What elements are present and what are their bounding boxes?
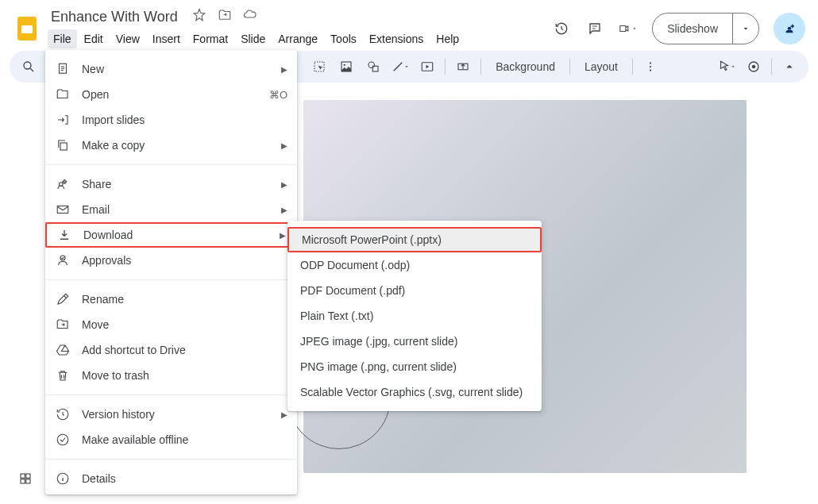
video-icon[interactable] [415,54,440,79]
menu-bar: File Edit View Insert Format Slide Arran… [48,28,552,50]
separator [569,59,570,75]
doc-title[interactable]: Enhance With Word [51,9,178,25]
chevron-right-icon: ▶ [281,180,287,189]
svg-rect-18 [57,206,68,214]
document-icon [55,61,71,77]
menu-insert[interactable]: Insert [147,29,186,48]
menu-move-trash[interactable]: Move to trash [45,363,297,388]
line-icon[interactable] [388,54,413,79]
svg-rect-1 [21,25,33,33]
separator [480,59,481,75]
drive-icon [55,342,71,358]
email-icon [55,202,71,217]
approvals-icon [55,252,71,268]
chevron-right-icon: ▶ [281,65,287,74]
slideshow-button: Slideshow [652,13,759,44]
chevron-right-icon: ▶ [281,141,287,150]
rename-icon [55,291,71,307]
explore-icon[interactable] [10,463,41,494]
svg-point-10 [650,62,651,63]
comment-icon[interactable] [585,19,604,38]
move-icon[interactable] [218,8,232,26]
star-icon[interactable] [192,8,206,26]
cursor-icon[interactable] [714,54,739,79]
download-txt[interactable]: Plain Text (.txt) [287,303,542,329]
background-button[interactable]: Background [486,60,565,73]
history-icon [55,406,71,422]
svg-rect-25 [26,479,30,483]
copy-icon [55,137,71,153]
menu-move[interactable]: Move [45,312,297,337]
offline-icon [55,432,71,448]
textbox-icon[interactable] [450,54,476,79]
shape-icon[interactable] [361,54,386,79]
menu-file[interactable]: File [48,29,77,48]
menu-tools[interactable]: Tools [325,29,362,48]
svg-point-2 [24,62,31,69]
menu-make-copy[interactable]: Make a copy ▶ [45,133,297,158]
collapse-icon[interactable] [777,54,802,79]
svg-rect-16 [60,143,67,150]
menu-download[interactable]: Download ▶ [45,222,297,248]
cloud-icon[interactable] [243,8,257,26]
svg-point-20 [57,434,68,445]
menu-offline[interactable]: Make available offline [45,427,297,452]
download-icon [56,227,72,243]
menu-import-slides[interactable]: Import slides [45,107,297,133]
download-odp[interactable]: ODP Document (.odp) [287,252,542,278]
image-icon[interactable] [334,54,359,79]
separator [45,459,297,460]
svg-point-17 [60,183,64,187]
svg-point-12 [650,69,651,71]
svg-rect-24 [21,479,25,483]
download-jpg[interactable]: JPEG image (.jpg, current slide) [287,329,542,354]
menu-extensions[interactable]: Extensions [364,29,429,48]
menu-open[interactable]: Open ⌘O [45,82,297,107]
svg-point-14 [752,65,756,69]
slideshow-dropdown[interactable] [732,13,758,44]
file-dropdown: New ▶ Open ⌘O Import slides Make a copy … [45,50,297,494]
download-pptx[interactable]: Microsoft PowerPoint (.pptx) [287,227,542,252]
separator [45,279,297,280]
svg-point-5 [344,64,345,66]
download-svg[interactable]: Scalable Vector Graphics (.svg, current … [287,379,542,405]
chevron-right-icon: ▶ [281,206,287,214]
menu-email[interactable]: Email ▶ [45,197,297,222]
menu-view[interactable]: View [110,29,145,48]
menu-details[interactable]: Details [45,466,297,491]
present-icon[interactable] [619,19,638,38]
menu-approvals[interactable]: Approvals [45,248,297,273]
chevron-right-icon: ▶ [280,231,286,240]
share-button[interactable] [774,13,805,44]
menu-rename[interactable]: Rename [45,287,297,312]
folder-icon [55,87,71,102]
download-png[interactable]: PNG image (.png, current slide) [287,354,542,379]
separator [45,164,297,165]
chevron-right-icon: ▶ [281,410,287,419]
menu-help[interactable]: Help [430,29,465,48]
menu-format[interactable]: Format [187,29,233,48]
separator [45,394,297,395]
download-pdf[interactable]: PDF Document (.pdf) [287,278,542,303]
select-icon[interactable] [307,54,332,79]
history-icon[interactable] [552,19,571,38]
menu-share[interactable]: Share ▶ [45,171,297,197]
menu-version-history[interactable]: Version history ▶ [45,402,297,427]
menu-edit[interactable]: Edit [79,29,109,48]
more-icon[interactable] [638,54,663,79]
download-submenu: Microsoft PowerPoint (.pptx) ODP Documen… [287,221,542,411]
import-icon [55,112,71,128]
move-folder-icon [55,317,71,333]
svg-rect-22 [21,474,25,478]
slideshow-main[interactable]: Slideshow [653,13,732,44]
info-icon [55,471,71,487]
search-icon[interactable] [16,54,41,79]
menu-slide[interactable]: Slide [235,29,271,48]
separator [445,59,446,75]
menu-add-shortcut[interactable]: Add shortcut to Drive [45,337,297,363]
menu-arrange[interactable]: Arrange [272,29,323,48]
record-icon[interactable] [741,54,766,79]
slides-logo[interactable] [13,14,41,43]
layout-button[interactable]: Layout [575,60,627,73]
menu-new[interactable]: New ▶ [45,56,297,82]
